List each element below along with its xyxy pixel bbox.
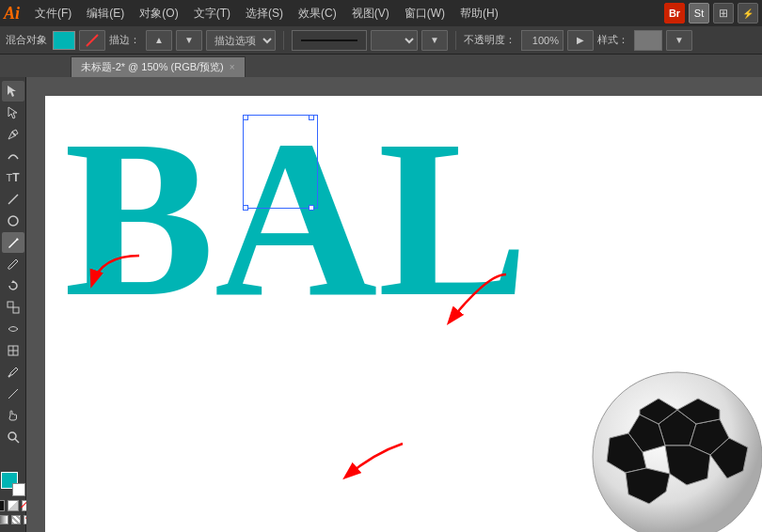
main-area: T T xyxy=(0,77,762,532)
svg-line-11 xyxy=(8,375,10,377)
svg-point-4 xyxy=(8,216,18,226)
menu-effect[interactable]: 效果(C) xyxy=(291,4,344,23)
swap-colors-btn[interactable] xyxy=(0,500,5,511)
options-toolbar: 混合对象 描边： ▲ ▼ 描边选项 基本 ▼ 不透明度： ▶ 样式： ▼ xyxy=(0,26,762,55)
canvas-area: B A L xyxy=(26,77,762,532)
menu-bar: Ai 文件(F) 编辑(E) 对象(O) 文字(T) 选择(S) 效果(C) 视… xyxy=(0,0,762,26)
tool-type[interactable]: T T xyxy=(2,167,24,188)
opacity-arrow[interactable]: ▶ xyxy=(567,30,594,51)
svg-rect-6 xyxy=(8,302,13,307)
bridge-icon-btn[interactable]: Br xyxy=(664,3,685,23)
tool-scale[interactable] xyxy=(2,297,24,318)
document-tab[interactable]: 未标题-2* @ 150% (RGB/预览) × xyxy=(71,56,246,77)
stroke-preview xyxy=(292,30,367,51)
menu-select[interactable]: 选择(S) xyxy=(238,4,291,23)
background-color[interactable] xyxy=(12,483,25,496)
stroke-down-btn[interactable]: ▼ xyxy=(176,30,202,51)
search-icon-btn[interactable]: ⚡ xyxy=(738,3,758,23)
menu-edit[interactable]: 编辑(E) xyxy=(79,4,132,23)
svg-line-15 xyxy=(15,439,19,443)
stock-icon-btn[interactable]: St xyxy=(689,3,709,23)
svg-line-0 xyxy=(87,35,98,46)
tool-measure[interactable] xyxy=(2,383,24,404)
color-swatch-area xyxy=(1,472,25,496)
menu-type[interactable]: 文字(T) xyxy=(186,4,238,23)
tool-pencil[interactable] xyxy=(2,232,24,253)
top-right-icons: Br St ⊞ ⚡ xyxy=(664,3,758,23)
stroke-type-dropdown[interactable]: 描边选项 xyxy=(206,30,276,51)
doc-tab-bar: 未标题-2* @ 150% (RGB/预览) × xyxy=(0,55,762,77)
svg-point-14 xyxy=(8,432,16,440)
tool-brush[interactable] xyxy=(2,254,24,274)
tool-pen[interactable] xyxy=(2,124,24,145)
separator-2 xyxy=(455,31,456,50)
stroke-label: 描边： xyxy=(109,33,140,47)
separator-1 xyxy=(283,31,284,50)
tool-selection[interactable] xyxy=(2,81,24,102)
tool-blend[interactable] xyxy=(2,319,24,339)
default-colors-btn[interactable] xyxy=(8,500,19,511)
workspace-icon-btn[interactable]: ⊞ xyxy=(713,3,734,23)
menu-view[interactable]: 视图(V) xyxy=(344,4,397,23)
red-arrow-3 xyxy=(327,425,421,491)
stroke-icon-btn[interactable] xyxy=(79,30,105,51)
tool-mesh[interactable] xyxy=(2,340,24,361)
tool-eyedropper[interactable] xyxy=(2,362,24,383)
menu-object[interactable]: 对象(O) xyxy=(132,4,185,23)
gradient-mode-btn[interactable] xyxy=(11,515,21,524)
opacity-input[interactable] xyxy=(521,30,564,51)
style-arrow[interactable]: ▼ xyxy=(666,30,692,51)
svg-marker-1 xyxy=(8,86,16,97)
menu-window[interactable]: 窗口(W) xyxy=(397,4,452,23)
mode-label: 混合对象 xyxy=(6,33,47,47)
tool-direct-selection[interactable] xyxy=(2,102,24,123)
tool-curvature[interactable] xyxy=(2,146,24,166)
doc-tab-label: 未标题-2* @ 150% (RGB/预览) xyxy=(81,60,224,74)
tool-hand[interactable] xyxy=(2,405,24,426)
tool-zoom[interactable] xyxy=(2,427,24,447)
stroke-style-dropdown[interactable]: 基本 xyxy=(371,30,418,51)
tool-rotate[interactable] xyxy=(2,275,24,296)
svg-marker-2 xyxy=(8,107,17,118)
svg-rect-7 xyxy=(13,307,19,313)
red-arrow-2 xyxy=(431,265,525,340)
stroke-up-btn[interactable]: ▲ xyxy=(146,30,172,51)
style-label: 样式： xyxy=(597,33,628,47)
stroke-style-arrow[interactable]: ▼ xyxy=(421,30,448,51)
soccer-ball xyxy=(555,325,762,532)
stroke-line xyxy=(301,39,357,41)
style-box[interactable] xyxy=(634,30,662,51)
svg-line-13 xyxy=(8,397,10,399)
left-toolbar: T T xyxy=(0,77,26,532)
menu-help[interactable]: 帮助(H) xyxy=(452,4,506,23)
red-arrow-1 xyxy=(73,246,149,303)
fill-color-box[interactable] xyxy=(53,31,75,50)
app-logo: Ai xyxy=(4,4,20,23)
opacity-label: 不透明度： xyxy=(464,33,516,47)
doc-tab-close[interactable]: × xyxy=(230,62,235,72)
tool-rect[interactable] xyxy=(2,211,24,231)
svg-line-3 xyxy=(8,195,18,204)
color-mode-btn[interactable] xyxy=(0,515,8,524)
menu-file[interactable]: 文件(F) xyxy=(27,4,79,23)
tool-line[interactable] xyxy=(2,189,24,210)
